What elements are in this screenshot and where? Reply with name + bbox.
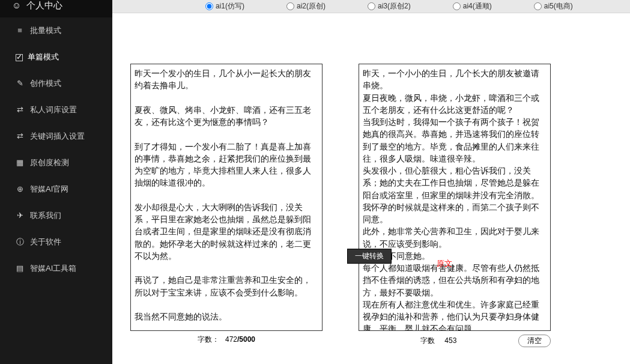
sidebar-item-7[interactable]: ✈联系我们 [0, 202, 112, 229]
mode-label: ai3(原创2) [378, 1, 411, 11]
person-icon: ☺ [12, 0, 20, 10]
mode-ai1[interactable]: ai1(仿写) [205, 1, 244, 11]
mode-label: ai5(电商) [544, 1, 573, 11]
sidebar-item-4[interactable]: ⇄关键词插入设置 [0, 123, 112, 150]
menu-icon: ≡ [16, 26, 24, 35]
mode-bar: ai1(仿写)ai2(原创)ai3(原创2)ai4(通顺)ai5(电商) [112, 0, 630, 13]
mode-label: ai1(仿写) [216, 1, 244, 11]
convert-button[interactable]: 一键转换 [347, 249, 392, 264]
mode-ai3[interactable]: ai3(原创2) [368, 1, 411, 11]
sidebar-item-6[interactable]: ⊕智媒AI官网 [0, 176, 112, 202]
mode-label: ai4(通顺) [463, 1, 492, 11]
menu-icon: ✈ [16, 211, 24, 220]
menu-icon: ⇄ [16, 105, 24, 114]
clear-button[interactable]: 清空 [518, 335, 551, 347]
result-counter: 字数 453 [359, 336, 518, 346]
main: ai1(仿写)ai2(原创)ai3(原创2)ai4(通顺)ai5(电商) 昨天一… [112, 0, 630, 364]
mode-ai5[interactable]: ai5(电商) [534, 1, 573, 11]
sidebar-item-2[interactable]: ✎创作模式 [0, 70, 112, 97]
result-column: 昨天，一个小小的生日，几个长大的朋友被邀请串烧。 夏日夜晚，微风，串烧，小龙虾，… [359, 64, 551, 347]
menu-icon: ⊕ [16, 184, 24, 193]
menu-icon: ⇄ [16, 132, 24, 141]
sidebar-item-8[interactable]: ⓘ关于软件 [0, 229, 112, 255]
mode-ai4[interactable]: ai4(通顺) [453, 1, 492, 11]
sidebar-title: 个人中心 [26, 0, 62, 10]
menu-icon: ▤ [16, 264, 24, 273]
mode-radio-ai3[interactable] [368, 2, 375, 10]
mode-label: ai2(原创) [297, 1, 326, 11]
sidebar-item-5[interactable]: ▦原创度检测 [0, 150, 112, 176]
sidebar-item-3[interactable]: ⇄私人词库设置 [0, 97, 112, 123]
source-counter: 字数： 472/5000 [130, 335, 323, 345]
result-textarea[interactable]: 昨天，一个小小的生日，几个长大的朋友被邀请串烧。 夏日夜晚，微风，串烧，小龙虾，… [359, 64, 551, 331]
source-textarea[interactable]: 昨天一个发小的生日，几个从小一起长大的朋友约着去撸串儿。 夏夜、微风、烤串、小龙… [130, 64, 323, 331]
source-column: 昨天一个发小的生日，几个从小一起长大的朋友约着去撸串儿。 夏夜、微风、烤串、小龙… [130, 64, 323, 347]
mode-radio-ai2[interactable] [286, 2, 294, 10]
mode-ai2[interactable]: ai2(原创) [286, 1, 326, 11]
menu-icon: ⓘ [16, 237, 24, 247]
sidebar-item-1[interactable]: 单篇模式 [0, 44, 112, 70]
sidebar: ☺个人中心 ≡批量模式单篇模式✎创作模式⇄私人词库设置⇄关键词插入设置▦原创度检… [0, 0, 112, 364]
sidebar-item-0[interactable]: ≡批量模式 [0, 17, 112, 44]
sidebar-header: ☺个人中心 [0, 0, 112, 17]
sidebar-item-9[interactable]: ▤智媒AI工具箱 [0, 255, 112, 282]
mode-radio-ai1[interactable] [205, 2, 213, 10]
mode-radio-ai4[interactable] [453, 2, 461, 10]
check-icon [16, 54, 23, 61]
menu-icon: ✎ [16, 79, 24, 88]
menu-icon: ▦ [16, 158, 24, 167]
mode-radio-ai5[interactable] [534, 2, 542, 10]
